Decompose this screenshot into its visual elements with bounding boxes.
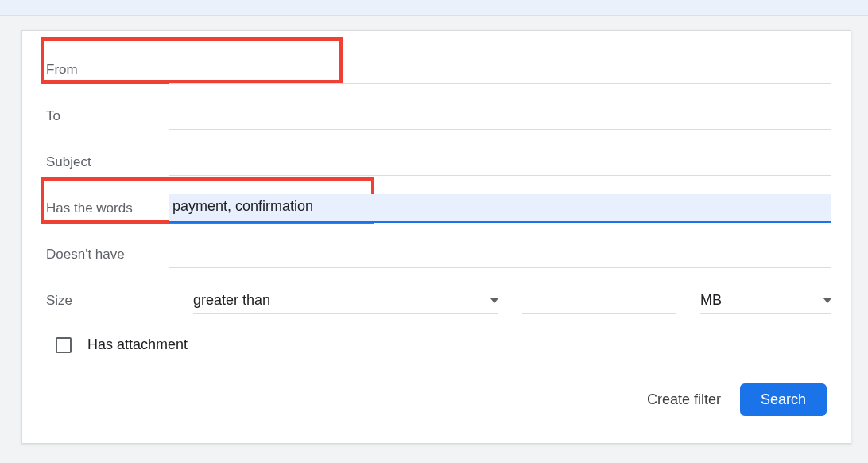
input-wrap-from [169,56,831,84]
row-has-attachment: Has attachment [56,337,831,353]
size-unit-value: MB [700,292,722,309]
subject-input[interactable] [169,157,831,173]
label-has-attachment: Has attachment [87,337,188,353]
size-operator-value: greater than [193,292,270,309]
input-wrap-to [169,103,831,130]
create-filter-button[interactable]: Create filter [647,391,721,408]
input-wrap-subject [169,149,831,176]
label-to: To [46,108,169,124]
size-amount-input[interactable] [522,287,676,314]
size-operator-select[interactable]: greater than [193,287,498,314]
row-from: From [46,47,831,93]
label-subject: Subject [46,154,169,170]
input-wrap-doesnt-have [169,241,831,268]
chevron-down-icon [823,298,831,303]
chevron-down-icon [490,298,498,303]
from-input[interactable] [169,64,831,81]
has-words-input[interactable] [172,198,831,215]
row-size: Size greater than MB [46,278,831,324]
label-doesnt-have: Doesn't have [46,247,169,263]
label-size: Size [46,293,169,309]
input-wrap-has-words [169,194,831,223]
row-doesnt-have: Doesn't have [46,231,831,278]
search-filter-panel: From To Subject Has the words Doesn't ha… [21,30,851,444]
has-attachment-checkbox[interactable] [56,337,72,353]
doesnt-have-input[interactable] [169,249,831,266]
to-input[interactable] [169,111,831,127]
size-unit-select[interactable]: MB [700,287,831,314]
row-to: To [46,93,831,139]
label-from: From [46,62,169,78]
actions-row: Create filter Search [46,383,831,416]
label-has-words: Has the words [46,200,169,216]
row-subject: Subject [46,139,831,185]
top-bar [0,0,868,16]
search-button[interactable]: Search [740,383,827,416]
row-has-words: Has the words [46,185,831,231]
